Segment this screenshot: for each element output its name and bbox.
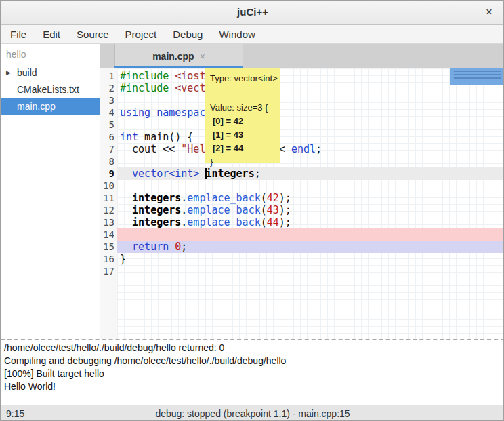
line-number: 6 [100, 131, 114, 143]
menu-item-file[interactable]: File [2, 26, 35, 43]
overlay-streak [454, 71, 501, 72]
code-line-11: integers.emplace_back(42); [120, 192, 291, 204]
menu-item-edit[interactable]: Edit [35, 26, 68, 43]
tooltip-value-line: [1] = 43 [210, 128, 275, 142]
terminal-line: /home/olece/test/hello/./build/debug/hel… [4, 342, 501, 355]
tabstrip: main.cpp × [100, 44, 504, 68]
window-title: juCi++ [1, 6, 504, 18]
statusbar: 9:15 debug: stopped (breakpoint 1.1) - m… [1, 405, 504, 421]
code-line-12: integers.emplace_back(43); [120, 204, 291, 216]
menu-item-debug[interactable]: Debug [165, 26, 211, 43]
tree-item-label: CMakeLists.txt [17, 84, 79, 95]
line-number: 3 [100, 94, 114, 106]
app-window: juCi++ × FileEditSourceProjectDebugWindo… [0, 0, 504, 421]
tab-main-cpp[interactable]: main.cpp × [114, 44, 243, 68]
code-line-13: integers.emplace_back(44); [120, 216, 291, 228]
project-name-label: hello [1, 44, 100, 64]
line-number: 17 [100, 265, 114, 277]
line-number: 8 [100, 155, 114, 167]
line-number: 15 [100, 241, 114, 253]
tooltip-type-line: Type: vector<int> [210, 72, 275, 85]
tree-item-label: build [17, 67, 37, 78]
line-number: 13 [100, 216, 114, 228]
tab-label: main.cpp [152, 51, 194, 62]
terminal-output-panel[interactable]: /home/olece/test/hello/./build/debug/hel… [1, 340, 504, 405]
expander-icon[interactable]: ▶ [6, 64, 11, 81]
debug-status-text: debug: stopped (breakpoint 1.1) - main.c… [1, 405, 504, 421]
code-line-9: vector<int> integers; [120, 167, 261, 180]
tooltip-value-line: [0] = 42 [210, 115, 275, 128]
line-number: 14 [100, 228, 114, 241]
file-tree: ▶buildCMakeLists.txtmain.cpp [1, 64, 100, 115]
line-number: 16 [100, 253, 114, 265]
line-number: 2 [100, 82, 114, 94]
code-editor[interactable]: 1234567891011121314151617 #include <iost… [100, 68, 504, 339]
tooltip-value-line: Value: size=3 { [210, 101, 275, 115]
line-number: 9 [100, 167, 114, 180]
terminal-line: [100%] Built target hello [4, 367, 501, 380]
editor-overview-indicator[interactable] [450, 68, 504, 85]
file-tree-sidebar: hello ▶buildCMakeLists.txtmain.cpp [1, 44, 100, 339]
code-line-16: } [120, 253, 126, 265]
tree-item-build[interactable]: ▶build [1, 64, 100, 81]
line-number: 4 [100, 106, 114, 119]
tab-close-icon[interactable]: × [200, 51, 205, 62]
terminal-line: Hello World! [4, 380, 501, 393]
titlebar[interactable]: juCi++ × [1, 1, 504, 25]
line-number: 7 [100, 143, 114, 155]
tooltip-value-line: } [210, 155, 275, 169]
code-line-6: int main() { [120, 131, 193, 143]
tree-item-main-cpp[interactable]: main.cpp [1, 98, 100, 115]
text-cursor [205, 168, 207, 179]
menubar: FileEditSourceProjectDebugWindow [1, 25, 504, 44]
overlay-streak [454, 77, 501, 79]
tree-item-cmakelists-txt[interactable]: CMakeLists.txt [1, 81, 100, 98]
code-line-15: return 0; [120, 241, 187, 253]
line-number: 12 [100, 204, 114, 216]
line-number: 5 [100, 119, 114, 131]
debug-value-tooltip: Type: vector<int> Value: size=3 {[0] = 4… [205, 68, 280, 163]
tree-item-label: main.cpp [17, 101, 56, 112]
line-number: 10 [100, 180, 114, 192]
menu-item-source[interactable]: Source [68, 26, 117, 43]
overlay-streak [454, 74, 501, 75]
terminal-line: Compiling and debugging /home/olece/test… [4, 355, 501, 367]
menu-item-window[interactable]: Window [211, 26, 263, 43]
menu-item-project[interactable]: Project [117, 26, 165, 43]
breakpoint-line-highlight [117, 228, 504, 241]
tooltip-value-line: [2] = 44 [210, 142, 275, 155]
line-number: 1 [100, 70, 114, 82]
line-number-gutter[interactable]: 1234567891011121314151617 [100, 68, 117, 339]
window-close-button[interactable]: × [482, 5, 497, 20]
line-number: 11 [100, 192, 114, 204]
